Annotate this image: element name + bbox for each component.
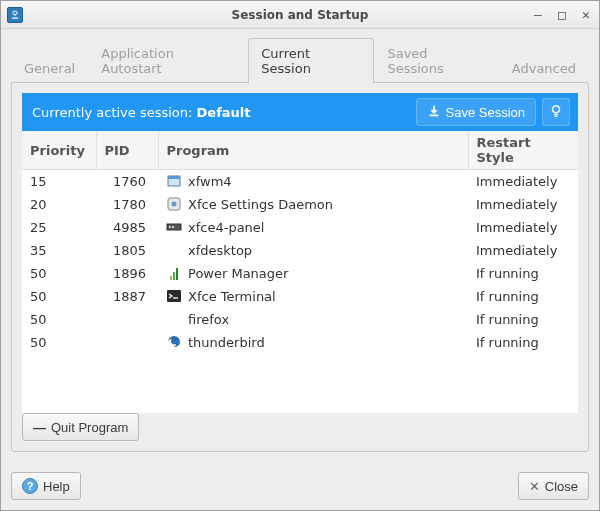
svg-rect-10 [170, 276, 172, 280]
close-window-button[interactable]: ✕ [579, 7, 593, 22]
table-row[interactable]: 50thunderbirdIf running [22, 331, 578, 354]
dialog-footer: ? Help ✕ Close [1, 462, 599, 510]
program-name: Xfce Settings Daemon [188, 197, 333, 212]
cell-pid[interactable]: 1896 [96, 262, 158, 285]
maximize-button[interactable]: □ [555, 7, 569, 22]
help-button[interactable]: ? Help [11, 472, 81, 500]
cell-restart-style[interactable]: Immediately [468, 193, 578, 216]
program-name: thunderbird [188, 335, 265, 350]
save-session-button[interactable]: Save Session [416, 98, 537, 126]
col-header-priority[interactable]: Priority [22, 131, 96, 170]
program-name: xfwm4 [188, 174, 232, 189]
table-row[interactable]: 501896Power ManagerIf running [22, 262, 578, 285]
col-header-program[interactable]: Program [158, 131, 468, 170]
table-row[interactable]: 151760xfwm4Immediately [22, 170, 578, 193]
help-icon: ? [22, 478, 38, 494]
cell-priority[interactable]: 25 [22, 216, 96, 239]
cell-program[interactable]: firefox [158, 308, 468, 331]
cell-restart-style[interactable]: If running [468, 308, 578, 331]
titlebar[interactable]: Session and Startup — □ ✕ [1, 1, 599, 29]
cell-pid[interactable]: 1887 [96, 285, 158, 308]
svg-rect-9 [172, 226, 174, 228]
quit-program-label: Quit Program [51, 420, 128, 435]
cell-priority[interactable]: 50 [22, 308, 96, 331]
svg-rect-11 [173, 272, 175, 280]
cell-restart-style[interactable]: Immediately [468, 239, 578, 262]
content-area: General Application Autostart Current Se… [1, 29, 599, 462]
cell-priority[interactable]: 15 [22, 170, 96, 193]
svg-rect-4 [168, 176, 180, 179]
cell-restart-style[interactable]: Immediately [468, 170, 578, 193]
save-session-label: Save Session [446, 105, 526, 120]
blank-icon [166, 242, 182, 258]
blank-icon [166, 311, 182, 327]
svg-rect-0 [13, 11, 17, 14]
cell-priority[interactable]: 50 [22, 331, 96, 354]
app-icon [7, 7, 23, 23]
tab-application-autostart[interactable]: Application Autostart [88, 38, 248, 83]
session-startup-window: Session and Startup — □ ✕ General Applic… [0, 0, 600, 511]
svg-rect-8 [169, 226, 171, 228]
panel-icon [166, 219, 182, 235]
table-row[interactable]: 501887Xfce TerminalIf running [22, 285, 578, 308]
cell-program[interactable]: xfce4-panel [158, 216, 468, 239]
cell-pid[interactable] [96, 331, 158, 354]
svg-point-2 [553, 105, 560, 112]
session-name: Default [197, 105, 251, 120]
cell-program[interactable]: Xfce Terminal [158, 285, 468, 308]
tb-icon [166, 334, 182, 350]
cell-program[interactable]: xfwm4 [158, 170, 468, 193]
cell-priority[interactable]: 35 [22, 239, 96, 262]
close-icon: ✕ [529, 479, 540, 494]
program-name: xfdesktop [188, 243, 252, 258]
help-label: Help [43, 479, 70, 494]
tab-bar: General Application Autostart Current Se… [11, 37, 589, 83]
svg-rect-1 [12, 17, 18, 18]
program-name: xfce4-panel [188, 220, 264, 235]
cell-pid[interactable] [96, 308, 158, 331]
table-row[interactable]: 201780Xfce Settings DaemonImmediately [22, 193, 578, 216]
cell-priority[interactable]: 20 [22, 193, 96, 216]
cell-restart-style[interactable]: If running [468, 331, 578, 354]
tab-advanced[interactable]: Advanced [499, 53, 589, 83]
power-icon [166, 265, 182, 281]
minimize-button[interactable]: — [531, 7, 545, 22]
cell-pid[interactable]: 4985 [96, 216, 158, 239]
download-icon [427, 104, 441, 121]
cell-pid[interactable]: 1805 [96, 239, 158, 262]
cell-restart-style[interactable]: Immediately [468, 216, 578, 239]
process-table-container: Priority PID Program Restart Style 15176… [22, 131, 578, 413]
close-label: Close [545, 479, 578, 494]
cell-priority[interactable]: 50 [22, 285, 96, 308]
svg-point-6 [172, 202, 177, 207]
cell-restart-style[interactable]: If running [468, 262, 578, 285]
cell-priority[interactable]: 50 [22, 262, 96, 285]
cell-pid[interactable]: 1780 [96, 193, 158, 216]
cell-program[interactable]: thunderbird [158, 331, 468, 354]
table-row[interactable]: 351805xfdesktopImmediately [22, 239, 578, 262]
close-button[interactable]: ✕ Close [518, 472, 589, 500]
cell-program[interactable]: Power Manager [158, 262, 468, 285]
cell-program[interactable]: Xfce Settings Daemon [158, 193, 468, 216]
tab-current-session[interactable]: Current Session [248, 38, 374, 84]
svg-rect-13 [167, 290, 181, 302]
minus-icon: — [33, 420, 46, 435]
window-icon [166, 173, 182, 189]
hint-button[interactable] [542, 98, 570, 126]
table-row[interactable]: 254985xfce4-panelImmediately [22, 216, 578, 239]
cell-pid[interactable]: 1760 [96, 170, 158, 193]
cell-program[interactable]: xfdesktop [158, 239, 468, 262]
quit-program-button[interactable]: — Quit Program [22, 413, 139, 441]
lightbulb-icon [549, 104, 563, 121]
terminal-icon [166, 288, 182, 304]
col-header-pid[interactable]: PID [96, 131, 158, 170]
col-header-restart[interactable]: Restart Style [468, 131, 578, 170]
program-name: Xfce Terminal [188, 289, 276, 304]
process-table: Priority PID Program Restart Style 15176… [22, 131, 578, 354]
cell-restart-style[interactable]: If running [468, 285, 578, 308]
svg-rect-12 [176, 268, 178, 280]
table-row[interactable]: 50firefoxIf running [22, 308, 578, 331]
tab-saved-sessions[interactable]: Saved Sessions [374, 38, 498, 83]
process-table-body: 151760xfwm4Immediately201780Xfce Setting… [22, 170, 578, 354]
tab-general[interactable]: General [11, 53, 88, 83]
